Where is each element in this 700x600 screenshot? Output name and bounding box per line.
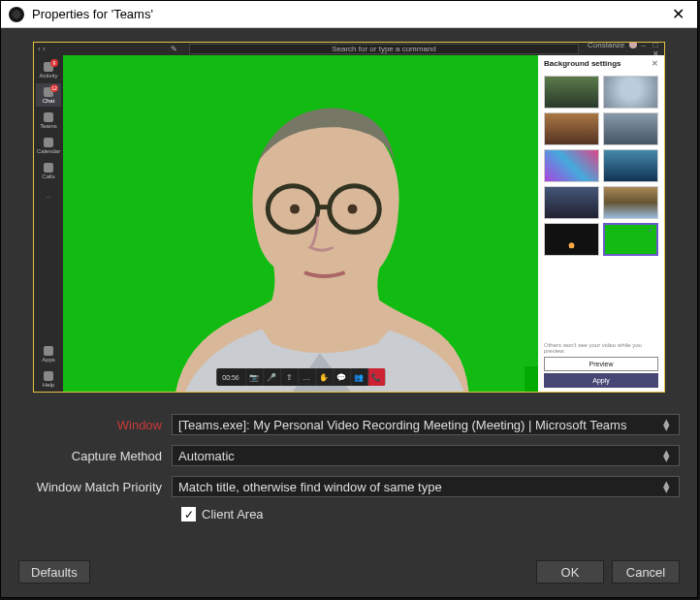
bg-panel-footer: Others won't see your video while you pr… [538,338,664,392]
avatar-icon [629,42,637,48]
dialog-body: ‹ › ✎ Search for or type a command Const… [1,28,697,580]
user-name-label: Constanze [588,42,624,49]
minimize-icon[interactable]: – [639,42,649,49]
obs-icon [9,7,24,22]
bg-note: Others won't see your video while you pr… [544,342,658,354]
call-toolbar: 00:56 📷 🎤 ⇪ … ✋ 💬 👥 📞 [216,368,385,386]
titlebar: Properties for 'Teams' ✕ [1,1,697,28]
phone-icon [44,163,53,173]
people-icon[interactable]: 👥 [350,368,367,386]
raise-hand-icon[interactable]: ✋ [315,368,333,386]
rail-activity[interactable]: Activity 9 [36,58,61,81]
bg-option[interactable] [603,186,658,219]
bg-option[interactable] [544,149,599,182]
bg-option[interactable] [603,112,658,145]
hangup-icon[interactable]: 📞 [367,368,385,386]
help-icon [44,371,53,381]
nav-arrows-icon[interactable]: ‹ › [38,45,67,53]
calendar-icon [44,138,53,147]
bg-preview-button[interactable]: Preview [544,357,658,371]
properties-dialog: Properties for 'Teams' ✕ ‹ › ✎ Search fo… [0,0,698,598]
capture-method-label: Capture Method [18,449,172,463]
rail-apps[interactable]: Apps [36,342,61,365]
ok-button[interactable]: OK [536,560,604,584]
badge: 9 [50,59,58,67]
spinner-icon: ▴▾ [659,450,673,461]
bg-panel-header: Background settings ✕ [538,55,664,72]
rail-label: Calendar [37,148,60,154]
window-value: [Teams.exe]: My Personal Video Recording… [178,418,626,432]
bg-option[interactable] [544,186,599,219]
rail-label: Activity [39,73,57,79]
rail-label: Apps [42,357,55,363]
background-settings-panel: Background settings ✕ [538,55,664,392]
search-input[interactable]: Search for or type a command [189,44,579,54]
rail-label: Calls [42,174,54,179]
apps-icon [44,346,53,356]
rail-label: ... [46,193,50,199]
rail-chat[interactable]: Chat 12 [36,83,61,107]
self-view-tray[interactable] [525,366,538,392]
close-icon[interactable]: ✕ [666,5,689,23]
client-area-checkbox[interactable]: ✓ [181,507,196,521]
bg-panel-title: Background settings [544,59,621,68]
rail-label: Chat [43,98,55,104]
window-select[interactable]: [Teams.exe]: My Personal Video Recording… [172,414,680,435]
capture-method-value: Automatic [178,449,235,463]
rail-calendar[interactable]: Calendar [36,134,61,157]
camera-icon[interactable]: 📷 [245,368,263,386]
capture-method-select[interactable]: Automatic ▴▾ [172,445,680,466]
capture-preview: ‹ › ✎ Search for or type a command Const… [33,42,665,393]
rail-teams[interactable]: Teams [36,109,61,132]
bg-option[interactable] [544,76,599,109]
chat-toggle-icon[interactable]: 💬 [333,368,350,386]
spinner-icon: ▴▾ [659,419,673,430]
bg-panel-close-icon[interactable]: ✕ [652,59,658,68]
rail-label: Help [43,382,54,388]
priority-label: Window Match Priority [18,480,172,494]
bg-option[interactable] [603,76,658,109]
more-icon[interactable]: … [298,368,315,386]
svg-point-4 [290,205,300,214]
bg-apply-button[interactable]: Apply [544,373,658,388]
svg-point-5 [348,205,358,214]
client-area-row: ✓ Client Area [181,507,680,521]
dialog-title: Properties for 'Teams' [32,7,666,21]
cancel-button[interactable]: Cancel [612,560,680,584]
badge: 12 [50,84,58,92]
maximize-icon[interactable]: □ [651,42,660,49]
rail-more[interactable]: ... [36,184,61,207]
window-label: Window [18,418,172,432]
bg-grid [538,72,664,260]
bg-option-selected[interactable] [603,223,658,256]
compose-icon[interactable]: ✎ [67,45,183,53]
rail-calls[interactable]: Calls [36,159,61,182]
rail-label: Teams [40,123,57,129]
priority-value: Match title, otherwise find window of sa… [178,480,442,494]
button-spacer [90,560,536,584]
bg-option[interactable] [544,223,599,256]
priority-select[interactable]: Match title, otherwise find window of sa… [172,476,680,497]
participant-video [63,55,538,392]
call-duration: 00:56 [216,374,245,381]
teams-body: Activity 9 Chat 12 Teams Calendar [34,55,664,392]
dialog-buttons: Defaults OK Cancel [18,560,680,584]
mic-icon[interactable]: 🎤 [263,368,280,386]
bg-option[interactable] [603,149,658,182]
teams-rail: Activity 9 Chat 12 Teams Calendar [34,55,63,392]
share-icon[interactable]: ⇪ [280,368,298,386]
bg-option[interactable] [544,112,599,145]
teams-icon [44,112,53,122]
defaults-button[interactable]: Defaults [18,560,90,584]
video-area: 00:56 📷 🎤 ⇪ … ✋ 💬 👥 📞 [63,55,538,392]
rail-help[interactable]: Help [36,367,61,391]
spinner-icon: ▴▾ [659,481,673,492]
teams-titlebar: ‹ › ✎ Search for or type a command Const… [34,43,664,55]
properties-form: Window [Teams.exe]: My Personal Video Re… [18,414,680,521]
client-area-label: Client Area [202,507,264,521]
